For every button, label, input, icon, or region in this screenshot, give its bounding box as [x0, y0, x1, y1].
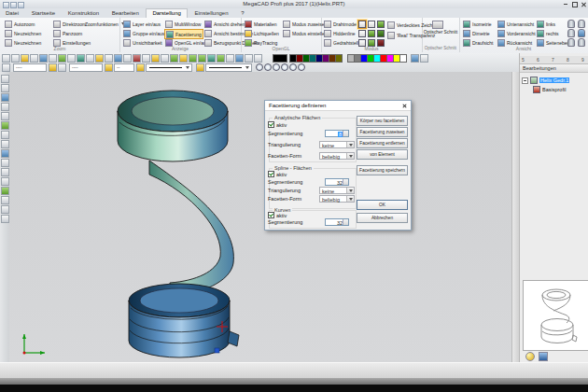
neuzeichnen-button[interactable]: Neuzeichnen [4, 29, 42, 37]
color-dialog-icon[interactable] [411, 54, 419, 63]
left-toolbar-icon[interactable] [1, 84, 9, 92]
toolbar-icon[interactable] [11, 54, 20, 63]
segmentierung-input[interactable]: 32 [325, 178, 349, 186]
facettierung-zuweisen-button[interactable]: Facettierung zuweisen [357, 127, 408, 137]
toolbar-icon[interactable] [254, 54, 262, 63]
aktiv-checkbox-row[interactable]: aktiv [268, 121, 287, 128]
render-mode-cube-icon[interactable] [368, 30, 375, 37]
tab-startseite[interactable]: Startseite [26, 9, 61, 18]
abbrechen-button[interactable]: Abbrechen [357, 213, 408, 223]
color-swatch[interactable] [335, 54, 343, 63]
render-mode-cube-icon[interactable] [377, 21, 385, 28]
toolbar-icon[interactable] [30, 54, 38, 63]
maximize-button[interactable] [570, 1, 579, 7]
untenansicht-button[interactable]: Untenansicht [497, 20, 535, 28]
preview-thumbnail[interactable] [523, 280, 588, 351]
left-toolbar-icon[interactable] [1, 177, 9, 186]
aktiv-checkbox-row[interactable]: aktiv [268, 212, 287, 218]
chevron-down-icon[interactable] [346, 196, 354, 202]
zoom-lens-icon[interactable] [289, 63, 297, 71]
segmentierung-input[interactable]: 32 [325, 218, 349, 226]
tab-datei[interactable]: Datei [0, 9, 24, 18]
toolbar-icon[interactable] [123, 54, 132, 63]
toolbar-icon[interactable] [245, 54, 253, 63]
toolbar-icon[interactable] [49, 54, 57, 63]
left-toolbar-icon[interactable] [1, 75, 9, 83]
isometrie-button[interactable]: Isometrie [462, 20, 493, 28]
checkbox-checked-icon[interactable] [268, 212, 274, 218]
toolbar-icon[interactable] [67, 54, 76, 63]
toolbar-icon[interactable] [58, 63, 66, 72]
panel-status-ball-icon[interactable] [525, 352, 535, 361]
left-toolbar-icon[interactable] [1, 159, 9, 167]
tree-node-label[interactable]: Basisprofil [542, 87, 566, 92]
pen-field[interactable]: -- [114, 63, 134, 72]
autozoom-button[interactable]: Autozoom [4, 20, 36, 28]
vorderansicht-button[interactable]: Vorderansicht [497, 29, 537, 37]
linewidth-selector[interactable] [205, 63, 252, 72]
zoom-lens-icon[interactable] [264, 63, 272, 71]
direktzoom-button[interactable]: Direktzoom [52, 20, 87, 28]
left-toolbar-icon[interactable] [1, 121, 9, 130]
toolbar-icon[interactable] [58, 54, 66, 63]
drahtmodell-button[interactable]: Drahtmodell [323, 20, 359, 28]
facetten-form-select[interactable]: beliebig [319, 195, 355, 203]
zoom-lens-icon[interactable] [273, 63, 280, 71]
left-toolbar-icon[interactable] [1, 140, 9, 148]
toolbar-icon[interactable] [142, 54, 150, 63]
left-toolbar-icon[interactable] [1, 93, 9, 102]
zoom-lens-icon[interactable] [298, 63, 305, 71]
layer-field[interactable]: ---- [13, 63, 47, 72]
von-element-button[interactable]: von Element [357, 149, 408, 160]
toolbar-icon[interactable] [161, 54, 169, 63]
left-toolbar-icon[interactable] [1, 112, 9, 120]
left-toolbar-icon[interactable] [1, 196, 9, 204]
group-field[interactable]: ---- [69, 63, 103, 72]
panel-grid-icon[interactable] [539, 352, 548, 361]
gruppe-toggle-button[interactable]: Gruppe ein/aus [122, 29, 165, 37]
toolbar-icon[interactable] [170, 54, 178, 63]
toolbar-icon[interactable] [114, 54, 122, 63]
linewidth-icon[interactable] [196, 63, 204, 72]
render-mode-cube-icon[interactable] [358, 30, 366, 37]
chevron-down-icon[interactable] [346, 153, 354, 159]
zoom-lens-icon[interactable] [256, 63, 263, 71]
panzoom-button[interactable]: Panzoom [52, 29, 83, 37]
toolbar-icon[interactable] [2, 54, 10, 63]
toolbar-icon[interactable] [151, 54, 160, 63]
viewport-canvas[interactable] [9, 72, 511, 362]
linetype-icon[interactable] [136, 63, 145, 72]
render-mode-cube-icon[interactable] [358, 21, 366, 28]
segmentierung-input[interactable]: 8 [325, 130, 349, 137]
left-toolbar-icon[interactable] [1, 131, 9, 139]
minimize-button[interactable] [561, 1, 569, 7]
pen-style-icon[interactable] [105, 63, 113, 72]
triangulierung-select[interactable]: keine [319, 187, 355, 194]
tree-node-basisprofil[interactable]: Basisprofil [533, 86, 566, 93]
optischer-schnitt-label[interactable]: Optischer Schnitt [422, 30, 459, 35]
tree-expander-icon[interactable] [522, 77, 528, 84]
tab-darstellung[interactable]: Darstellung [146, 8, 187, 18]
dialog-title[interactable]: Facettierung definieren [265, 101, 411, 111]
checkbox-checked-icon[interactable] [268, 171, 274, 177]
toolbar-icon[interactable] [235, 54, 244, 63]
toolbar-icon[interactable] [189, 54, 197, 63]
links-button[interactable]: links [536, 20, 556, 28]
left-toolbar-icon[interactable] [1, 168, 9, 176]
render-mode-cube-icon[interactable] [368, 21, 375, 28]
spinner-icon[interactable] [343, 219, 348, 225]
toolbar-icon[interactable] [77, 54, 85, 63]
hiddenline-button[interactable]: Hiddenline [323, 29, 357, 37]
spinner-icon[interactable] [343, 131, 348, 136]
toolbar-icon[interactable] [39, 54, 48, 63]
render-mode-cube-icon[interactable] [377, 30, 385, 37]
left-toolbar-icon[interactable] [1, 205, 9, 214]
toolbar-icon[interactable] [86, 54, 94, 63]
layer-toggle-button[interactable]: Layer ein/aus [122, 20, 161, 28]
toolbar-icon[interactable] [217, 54, 225, 63]
facetten-form-select[interactable]: beliebig [319, 152, 355, 160]
checkbox-checked-icon[interactable] [268, 121, 274, 128]
toolbar-icon[interactable] [420, 54, 428, 63]
toolbar-icon[interactable] [226, 54, 234, 63]
ansicht-drehen-button[interactable]: Ansicht drehen [203, 20, 245, 28]
